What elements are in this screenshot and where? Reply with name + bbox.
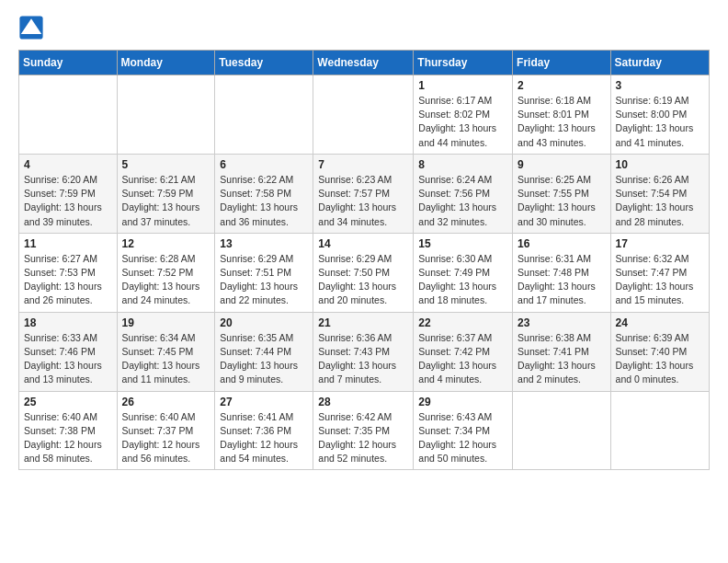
calendar-cell: 1Sunrise: 6:17 AM Sunset: 8:02 PM Daylig… <box>414 75 513 155</box>
day-number: 23 <box>518 316 606 329</box>
day-header-thursday: Thursday <box>414 51 513 75</box>
calendar-cell: 3Sunrise: 6:19 AM Sunset: 8:00 PM Daylig… <box>610 75 709 155</box>
calendar-cell: 21Sunrise: 6:36 AM Sunset: 7:43 PM Dayli… <box>313 312 414 391</box>
day-number: 16 <box>518 237 606 250</box>
day-info: Sunrise: 6:35 AM Sunset: 7:44 PM Dayligh… <box>220 331 308 387</box>
day-info: Sunrise: 6:20 AM Sunset: 7:59 PM Dayligh… <box>24 173 112 229</box>
calendar-cell: 27Sunrise: 6:41 AM Sunset: 7:36 PM Dayli… <box>215 391 313 470</box>
day-number: 14 <box>318 237 408 250</box>
day-number: 26 <box>122 396 210 408</box>
day-number: 27 <box>220 396 308 408</box>
day-number: 18 <box>24 316 112 329</box>
day-info: Sunrise: 6:19 AM Sunset: 8:00 PM Dayligh… <box>616 94 704 150</box>
day-number: 4 <box>24 158 112 171</box>
day-number: 24 <box>616 316 704 329</box>
calendar-cell: 15Sunrise: 6:30 AM Sunset: 7:49 PM Dayli… <box>414 233 513 312</box>
day-info: Sunrise: 6:43 AM Sunset: 7:34 PM Dayligh… <box>418 410 507 466</box>
calendar-cell: 8Sunrise: 6:24 AM Sunset: 7:56 PM Daylig… <box>414 154 513 233</box>
calendar-cell: 14Sunrise: 6:29 AM Sunset: 7:50 PM Dayli… <box>313 233 414 312</box>
day-header-wednesday: Wednesday <box>313 51 414 75</box>
day-header-saturday: Saturday <box>610 51 709 75</box>
day-info: Sunrise: 6:28 AM Sunset: 7:52 PM Dayligh… <box>122 252 210 308</box>
day-number: 15 <box>418 237 507 250</box>
calendar-cell: 4Sunrise: 6:20 AM Sunset: 7:59 PM Daylig… <box>19 154 118 233</box>
calendar-cell: 22Sunrise: 6:37 AM Sunset: 7:42 PM Dayli… <box>414 312 513 391</box>
day-info: Sunrise: 6:17 AM Sunset: 8:02 PM Dayligh… <box>418 94 507 150</box>
day-number: 28 <box>318 396 408 408</box>
day-number: 17 <box>616 237 704 250</box>
calendar-cell <box>215 75 313 155</box>
calendar-cell: 7Sunrise: 6:23 AM Sunset: 7:57 PM Daylig… <box>313 154 414 233</box>
header <box>18 15 710 40</box>
day-info: Sunrise: 6:37 AM Sunset: 7:42 PM Dayligh… <box>418 331 507 387</box>
day-info: Sunrise: 6:33 AM Sunset: 7:46 PM Dayligh… <box>24 331 112 387</box>
calendar-cell <box>19 75 118 155</box>
calendar-cell: 20Sunrise: 6:35 AM Sunset: 7:44 PM Dayli… <box>215 312 313 391</box>
logo-icon <box>18 15 44 40</box>
day-number: 9 <box>518 158 606 171</box>
day-info: Sunrise: 6:26 AM Sunset: 7:54 PM Dayligh… <box>616 173 704 229</box>
day-number: 25 <box>24 396 112 408</box>
calendar-cell: 19Sunrise: 6:34 AM Sunset: 7:45 PM Dayli… <box>117 312 215 391</box>
calendar-week-row: 25Sunrise: 6:40 AM Sunset: 7:38 PM Dayli… <box>19 391 710 470</box>
day-number: 29 <box>418 396 507 408</box>
day-info: Sunrise: 6:40 AM Sunset: 7:37 PM Dayligh… <box>122 410 210 466</box>
calendar-cell: 29Sunrise: 6:43 AM Sunset: 7:34 PM Dayli… <box>414 391 513 470</box>
calendar-week-row: 11Sunrise: 6:27 AM Sunset: 7:53 PM Dayli… <box>19 233 710 312</box>
day-number: 3 <box>616 79 704 92</box>
day-info: Sunrise: 6:38 AM Sunset: 7:41 PM Dayligh… <box>518 331 606 387</box>
calendar-cell: 9Sunrise: 6:25 AM Sunset: 7:55 PM Daylig… <box>513 154 611 233</box>
day-number: 1 <box>418 79 507 92</box>
day-info: Sunrise: 6:21 AM Sunset: 7:59 PM Dayligh… <box>122 173 210 229</box>
day-number: 11 <box>24 237 112 250</box>
day-number: 22 <box>418 316 507 329</box>
day-info: Sunrise: 6:25 AM Sunset: 7:55 PM Dayligh… <box>518 173 606 229</box>
calendar-table: SundayMondayTuesdayWednesdayThursdayFrid… <box>18 50 710 470</box>
day-number: 6 <box>220 158 308 171</box>
day-info: Sunrise: 6:34 AM Sunset: 7:45 PM Dayligh… <box>122 331 210 387</box>
day-info: Sunrise: 6:30 AM Sunset: 7:49 PM Dayligh… <box>418 252 507 308</box>
day-number: 19 <box>122 316 210 329</box>
day-number: 12 <box>122 237 210 250</box>
day-info: Sunrise: 6:42 AM Sunset: 7:35 PM Dayligh… <box>318 410 408 466</box>
calendar-cell: 23Sunrise: 6:38 AM Sunset: 7:41 PM Dayli… <box>513 312 611 391</box>
day-number: 5 <box>122 158 210 171</box>
calendar-week-row: 4Sunrise: 6:20 AM Sunset: 7:59 PM Daylig… <box>19 154 710 233</box>
calendar-cell: 2Sunrise: 6:18 AM Sunset: 8:01 PM Daylig… <box>513 75 611 155</box>
calendar-cell: 11Sunrise: 6:27 AM Sunset: 7:53 PM Dayli… <box>19 233 118 312</box>
calendar-week-row: 1Sunrise: 6:17 AM Sunset: 8:02 PM Daylig… <box>19 75 710 155</box>
day-number: 21 <box>318 316 408 329</box>
day-header-tuesday: Tuesday <box>215 51 313 75</box>
day-info: Sunrise: 6:27 AM Sunset: 7:53 PM Dayligh… <box>24 252 112 308</box>
day-info: Sunrise: 6:18 AM Sunset: 8:01 PM Dayligh… <box>518 94 606 150</box>
day-info: Sunrise: 6:41 AM Sunset: 7:36 PM Dayligh… <box>220 410 308 466</box>
day-info: Sunrise: 6:29 AM Sunset: 7:50 PM Dayligh… <box>318 252 408 308</box>
calendar-cell: 6Sunrise: 6:22 AM Sunset: 7:58 PM Daylig… <box>215 154 313 233</box>
day-number: 20 <box>220 316 308 329</box>
calendar-cell: 13Sunrise: 6:29 AM Sunset: 7:51 PM Dayli… <box>215 233 313 312</box>
calendar-cell <box>610 391 709 470</box>
day-info: Sunrise: 6:29 AM Sunset: 7:51 PM Dayligh… <box>220 252 308 308</box>
calendar-cell: 16Sunrise: 6:31 AM Sunset: 7:48 PM Dayli… <box>513 233 611 312</box>
calendar-cell: 26Sunrise: 6:40 AM Sunset: 7:37 PM Dayli… <box>117 391 215 470</box>
day-header-friday: Friday <box>513 51 611 75</box>
day-number: 13 <box>220 237 308 250</box>
calendar-header-row: SundayMondayTuesdayWednesdayThursdayFrid… <box>19 51 710 75</box>
calendar-cell: 17Sunrise: 6:32 AM Sunset: 7:47 PM Dayli… <box>610 233 709 312</box>
day-header-sunday: Sunday <box>19 51 118 75</box>
day-number: 10 <box>616 158 704 171</box>
day-info: Sunrise: 6:22 AM Sunset: 7:58 PM Dayligh… <box>220 173 308 229</box>
day-info: Sunrise: 6:31 AM Sunset: 7:48 PM Dayligh… <box>518 252 606 308</box>
day-info: Sunrise: 6:39 AM Sunset: 7:40 PM Dayligh… <box>616 331 704 387</box>
day-info: Sunrise: 6:24 AM Sunset: 7:56 PM Dayligh… <box>418 173 507 229</box>
day-info: Sunrise: 6:40 AM Sunset: 7:38 PM Dayligh… <box>24 410 112 466</box>
calendar-cell <box>313 75 414 155</box>
day-info: Sunrise: 6:36 AM Sunset: 7:43 PM Dayligh… <box>318 331 408 387</box>
day-number: 2 <box>518 79 606 92</box>
calendar-week-row: 18Sunrise: 6:33 AM Sunset: 7:46 PM Dayli… <box>19 312 710 391</box>
calendar-cell: 10Sunrise: 6:26 AM Sunset: 7:54 PM Dayli… <box>610 154 709 233</box>
day-info: Sunrise: 6:32 AM Sunset: 7:47 PM Dayligh… <box>616 252 704 308</box>
calendar-cell: 12Sunrise: 6:28 AM Sunset: 7:52 PM Dayli… <box>117 233 215 312</box>
logo <box>18 15 48 40</box>
calendar-cell: 24Sunrise: 6:39 AM Sunset: 7:40 PM Dayli… <box>610 312 709 391</box>
